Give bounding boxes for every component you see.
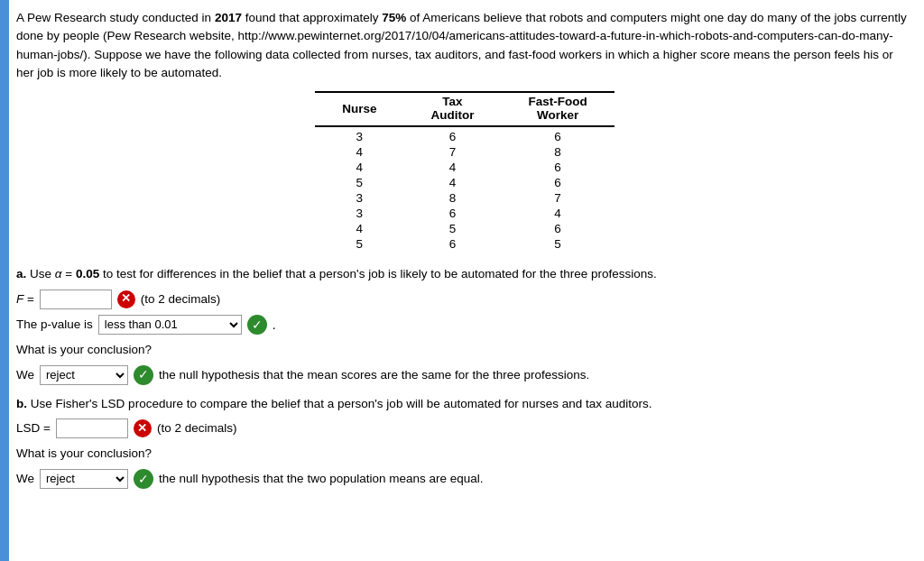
part-a-conclusion-text: the null hypothesis that the mean scores… (159, 365, 589, 385)
table-cell: 6 (404, 126, 502, 144)
lsd-row: LSD = ✕ (to 2 decimals) (16, 418, 913, 438)
table-row: 546 (315, 175, 614, 190)
table-cell: 4 (315, 160, 403, 175)
data-table: Nurse TaxAuditor Fast-FoodWorker 3664784… (315, 91, 614, 252)
left-accent-bar (0, 0, 9, 561)
f-row: F = ✕ (to 2 decimals) (16, 290, 913, 309)
part-a-intro: Use α = 0.05 to test for differences in … (30, 267, 657, 280)
part-b-we-label: We (16, 469, 34, 489)
part-a-label: a. (16, 267, 26, 280)
table-cell: 5 (315, 236, 403, 252)
table-cell: 5 (315, 175, 403, 190)
col-header-ff: Fast-FoodWorker (502, 92, 614, 126)
intro-text-1: A Pew Research study conducted in (16, 11, 215, 24)
part-a-we-row: We reject do not reject ✓ the null hypot… (16, 365, 913, 385)
lsd-label: LSD = (16, 418, 51, 438)
table-row: 366 (315, 126, 614, 144)
table-cell: 3 (315, 206, 403, 221)
intro-pct: 75% (382, 11, 406, 24)
col-header-nurse: Nurse (315, 92, 403, 126)
table-cell: 5 (404, 221, 502, 236)
part-a-we-select[interactable]: reject do not reject (40, 365, 128, 385)
table-row: 446 (315, 160, 614, 175)
part-b-text: b. Use Fisher's LSD procedure to compare… (16, 394, 913, 414)
pvalue-check-icon: ✓ (247, 315, 267, 335)
pvalue-row: The p-value is less than 0.01 between 0.… (16, 315, 913, 335)
col-header-tax: TaxAuditor (404, 92, 502, 126)
table-row: 364 (315, 206, 614, 221)
table-row: 456 (315, 221, 614, 236)
part-b-intro: Use Fisher's LSD procedure to compare th… (31, 397, 652, 410)
table-cell: 6 (502, 126, 614, 144)
part-a-we-check-icon: ✓ (134, 365, 153, 385)
intro-year: 2017 (215, 11, 242, 24)
table-cell: 6 (502, 221, 614, 236)
part-b-label: b. (16, 397, 27, 410)
table-cell: 4 (315, 221, 403, 236)
pvalue-label: The p-value is (16, 315, 93, 335)
table-cell: 4 (315, 144, 403, 160)
table-cell: 3 (315, 126, 403, 144)
table-cell: 8 (502, 144, 614, 160)
section-a: a. Use α = 0.05 to test for differences … (16, 264, 913, 385)
intro-paragraph: A Pew Research study conducted in 2017 f… (16, 9, 913, 82)
table-row: 387 (315, 190, 614, 206)
f-decimals-label: (to 2 decimals) (141, 290, 221, 309)
part-a-text: a. Use α = 0.05 to test for differences … (16, 264, 913, 284)
part-b-we-row: We reject do not reject ✓ the null hypot… (16, 469, 913, 489)
intro-text-2: found that approximately (242, 11, 382, 24)
part-b-we-select[interactable]: reject do not reject (40, 469, 128, 489)
table-cell: 6 (404, 206, 502, 221)
f-label: F = (16, 290, 34, 309)
lsd-input[interactable] (56, 418, 128, 438)
part-a-conclusion-label: What is your conclusion? (16, 340, 913, 360)
part-b-conclusion-label: What is your conclusion? (16, 444, 913, 464)
table-cell: 4 (502, 206, 614, 221)
part-b-conclusion-text: the null hypothesis that the two populat… (159, 469, 484, 489)
f-input[interactable] (40, 290, 112, 309)
table-cell: 4 (404, 160, 502, 175)
table-cell: 6 (404, 236, 502, 252)
table-cell: 5 (502, 236, 614, 252)
pvalue-period: . (273, 315, 276, 335)
lsd-decimals-label: (to 2 decimals) (157, 418, 237, 438)
table-cell: 4 (404, 175, 502, 190)
lsd-error-icon: ✕ (134, 419, 152, 437)
data-table-wrapper: Nurse TaxAuditor Fast-FoodWorker 3664784… (16, 91, 913, 252)
part-b-we-check-icon: ✓ (134, 469, 153, 489)
table-row: 565 (315, 236, 614, 252)
table-cell: 8 (404, 190, 502, 206)
table-cell: 6 (502, 160, 614, 175)
table-row: 478 (315, 144, 614, 160)
table-cell: 7 (404, 144, 502, 160)
table-cell: 7 (502, 190, 614, 206)
table-cell: 6 (502, 175, 614, 190)
table-cell: 3 (315, 190, 403, 206)
f-error-icon: ✕ (117, 290, 135, 308)
section-b: b. Use Fisher's LSD procedure to compare… (16, 394, 913, 489)
pvalue-select[interactable]: less than 0.01 between 0.01 and 0.05 gre… (98, 315, 242, 335)
part-a-we-label: We (16, 365, 34, 385)
